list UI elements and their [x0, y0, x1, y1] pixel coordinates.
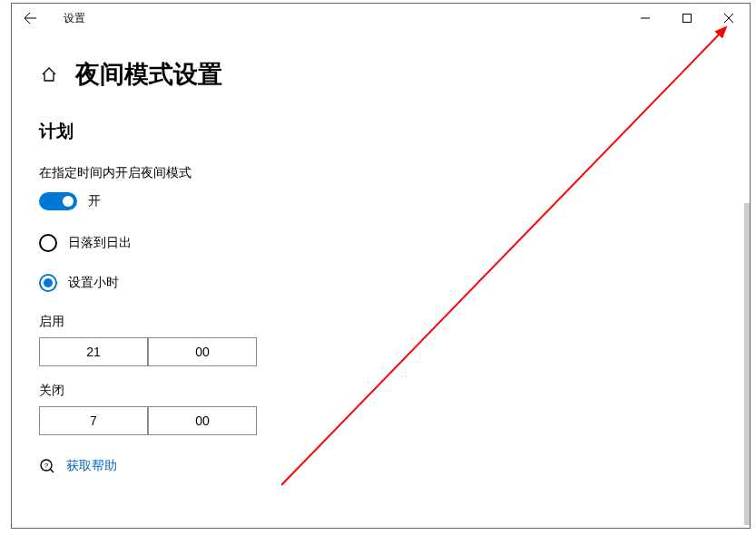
home-icon [41, 66, 57, 83]
scrollbar[interactable] [744, 203, 750, 525]
radio-label-hours: 设置小时 [68, 275, 119, 291]
schedule-toggle-row: 开 [39, 192, 722, 210]
radio-label-sunset: 日落到日出 [68, 235, 132, 251]
turn-off-hour-select[interactable]: 7 [39, 406, 148, 435]
window-controls [624, 4, 750, 33]
page-title: 夜间模式设置 [75, 58, 222, 91]
maximize-button[interactable] [666, 4, 708, 33]
turn-on-label: 启用 [39, 314, 722, 330]
radio-circle-unselected [39, 234, 57, 252]
radio-dot [44, 278, 53, 287]
help-row: ? 获取帮助 [39, 458, 722, 474]
svg-rect-1 [683, 15, 692, 23]
schedule-toggle[interactable] [39, 192, 77, 210]
radio-circle-selected [39, 274, 57, 292]
radio-sunset-to-sunrise[interactable]: 日落到日出 [39, 234, 722, 252]
content-area: 夜间模式设置 计划 在指定时间内开启夜间模式 开 日落到日出 设置小时 启用 2… [12, 33, 750, 474]
turn-on-minute-select[interactable]: 00 [148, 337, 257, 366]
turn-off-time-row: 7 00 [39, 406, 722, 435]
minimize-icon [641, 14, 650, 23]
maximize-icon [682, 14, 692, 23]
page-title-row: 夜间模式设置 [39, 58, 722, 91]
titlebar-left: 设置 [12, 4, 85, 33]
minimize-button[interactable] [624, 4, 666, 33]
back-arrow-icon [23, 11, 37, 25]
titlebar: 设置 [12, 4, 750, 33]
toggle-thumb [63, 196, 74, 207]
get-help-link[interactable]: 获取帮助 [66, 458, 117, 474]
turn-off-minute-select[interactable]: 00 [148, 406, 257, 435]
home-button[interactable] [39, 64, 59, 84]
toggle-state-label: 开 [88, 193, 101, 209]
back-button[interactable] [12, 4, 48, 33]
close-icon [724, 14, 733, 23]
window-title: 设置 [64, 11, 85, 26]
schedule-heading: 计划 [39, 120, 722, 143]
radio-set-hours[interactable]: 设置小时 [39, 274, 722, 292]
help-icon-wrap: ? [39, 458, 55, 474]
close-button[interactable] [708, 4, 750, 33]
help-icon: ? [39, 458, 55, 474]
turn-off-label: 关闭 [39, 383, 722, 399]
turn-on-hour-select[interactable]: 21 [39, 337, 148, 366]
schedule-toggle-description: 在指定时间内开启夜间模式 [39, 165, 722, 181]
svg-text:?: ? [44, 462, 49, 470]
settings-window: 设置 夜间模式设置 计划 在指定时间内开启夜间模式 [11, 3, 751, 529]
turn-on-time-row: 21 00 [39, 337, 722, 366]
